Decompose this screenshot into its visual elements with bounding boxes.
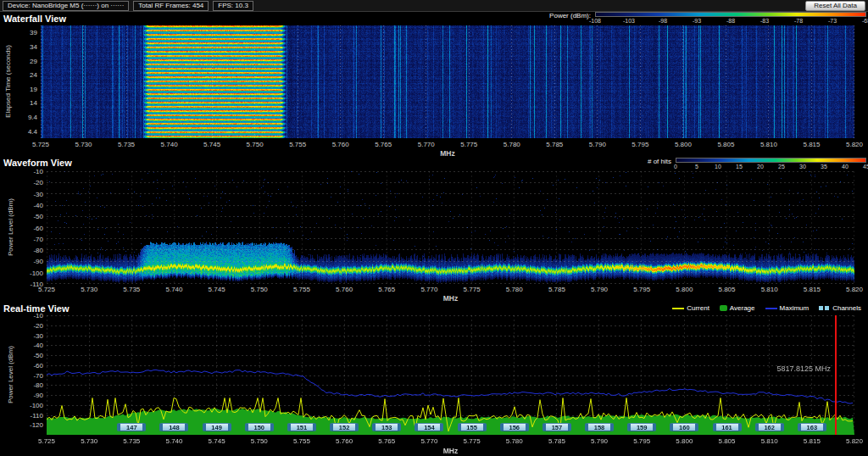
y-tick-label: -70 bbox=[33, 235, 43, 242]
x-tick-label: 5.780 bbox=[506, 437, 523, 445]
y-tick-label: -50 bbox=[33, 352, 43, 359]
frequency-marker-line bbox=[835, 315, 837, 435]
channel-indicator-151: 151 bbox=[287, 423, 316, 431]
x-tick-label: 5.725 bbox=[32, 141, 49, 148]
hits-tick-label: 25 bbox=[778, 164, 785, 170]
hits-tick-label: 5 bbox=[695, 164, 698, 170]
channel-indicator-155: 155 bbox=[458, 423, 487, 431]
fps-indicator: FPS: 10.3 bbox=[213, 1, 253, 11]
x-tick-label: 5.740 bbox=[165, 286, 182, 293]
y-tick-label: -50 bbox=[33, 213, 43, 220]
x-tick-label: 5.730 bbox=[81, 437, 97, 445]
y-tick-label: -10 bbox=[33, 312, 43, 320]
power-tick-label: -83 bbox=[760, 18, 769, 24]
reset-all-data-button[interactable]: Reset All Data bbox=[805, 1, 865, 11]
x-tick-label: 5.810 bbox=[761, 286, 778, 293]
airview-spectrum-analyzer: Device: NanoBridge M5 (······) on ······… bbox=[0, 0, 868, 456]
realtime-plot[interactable]: 5817.8125 MHz 14714814915015115215315415… bbox=[47, 315, 854, 435]
power-tick-label: -98 bbox=[659, 18, 667, 24]
x-tick-label: 5.800 bbox=[676, 286, 693, 293]
y-tick-label: -110 bbox=[31, 411, 43, 419]
hits-tick-label: 15 bbox=[736, 164, 743, 170]
x-tick-label: 5.795 bbox=[632, 141, 648, 148]
channel-indicator-157: 157 bbox=[542, 423, 571, 431]
waveform-y-axis-title: Power Level (dBm) bbox=[7, 198, 14, 256]
x-tick-label: 5.755 bbox=[289, 141, 306, 148]
device-info: Device: NanoBridge M5 (······) on ······ bbox=[3, 1, 129, 11]
y-tick-label: -30 bbox=[33, 331, 43, 339]
waveform-y-axis: -10-20-30-40-50-60-70-80-90-100-110 bbox=[25, 171, 45, 284]
hits-colorbar: 051015202530354045 bbox=[676, 158, 866, 170]
x-tick-label: 5.780 bbox=[504, 141, 520, 148]
y-tick-label: -30 bbox=[33, 190, 43, 197]
x-tick-label: 5.805 bbox=[717, 141, 734, 148]
top-bar: Device: NanoBridge M5 (······) on ······… bbox=[0, 0, 868, 12]
x-tick-label: 5.775 bbox=[464, 437, 481, 445]
channel-indicator-148: 148 bbox=[159, 423, 188, 431]
waveform-x-axis: 5.7255.7305.7355.7405.7455.7505.7555.760… bbox=[47, 286, 854, 294]
y-tick-label: 24 bbox=[30, 71, 37, 79]
channel-indicator-163: 163 bbox=[798, 423, 826, 431]
x-tick-label: 5.770 bbox=[418, 141, 435, 148]
y-tick-label: -100 bbox=[30, 401, 43, 409]
legend-swatch-current bbox=[672, 308, 684, 309]
x-tick-label: 5.765 bbox=[375, 141, 392, 148]
channel-indicator-156: 156 bbox=[500, 423, 529, 431]
x-tick-label: 5.765 bbox=[378, 286, 395, 293]
frequency-marker-label: 5817.8125 MHz bbox=[777, 364, 832, 373]
channel-indicator-153: 153 bbox=[372, 423, 401, 431]
hits-tick-label: 0 bbox=[674, 164, 677, 170]
y-tick-label: -90 bbox=[33, 258, 43, 265]
waterfall-y-axis: 3934292419149.44.4 bbox=[20, 25, 39, 138]
hits-tick-label: 30 bbox=[799, 164, 806, 170]
x-tick-label: 5.785 bbox=[548, 437, 565, 445]
y-tick-label: -120 bbox=[30, 421, 43, 429]
power-tick-label: -73 bbox=[828, 18, 837, 24]
x-tick-label: 5.750 bbox=[251, 286, 268, 293]
x-tick-label: 5.820 bbox=[846, 141, 863, 148]
x-tick-label: 5.760 bbox=[332, 141, 349, 148]
x-tick-label: 5.790 bbox=[591, 437, 608, 445]
y-tick-label: -10 bbox=[33, 168, 43, 175]
y-tick-label: -70 bbox=[33, 371, 43, 379]
x-tick-label: 5.815 bbox=[804, 437, 821, 445]
legend-swatch-average bbox=[720, 305, 727, 311]
waterfall-plot bbox=[41, 25, 854, 138]
y-tick-label: -100 bbox=[30, 269, 43, 276]
power-tick-label: -103 bbox=[623, 18, 635, 24]
legend-swatch-channels bbox=[819, 306, 823, 310]
y-tick-label: -60 bbox=[33, 224, 43, 231]
x-tick-label: 5.785 bbox=[546, 141, 563, 148]
x-tick-label: 5.815 bbox=[803, 141, 820, 148]
waveform-title: Waveform View bbox=[3, 158, 72, 168]
legend-label: Maximum bbox=[780, 304, 810, 312]
channel-indicator-159: 159 bbox=[627, 423, 656, 431]
hits-tick-label: 20 bbox=[757, 164, 764, 170]
hits-tick-label: 35 bbox=[821, 164, 827, 170]
realtime-x-axis: 5.7255.7305.7355.7405.7455.7505.7555.760… bbox=[47, 437, 854, 446]
waveform-heatmap-canvas bbox=[47, 171, 854, 284]
x-tick-label: 5.790 bbox=[589, 141, 606, 148]
power-tick-label: -78 bbox=[794, 18, 803, 24]
y-tick-label: -90 bbox=[33, 392, 43, 399]
waterfall-heatmap-canvas bbox=[41, 25, 854, 138]
waveform-plot bbox=[47, 171, 854, 284]
y-tick-label: -40 bbox=[33, 201, 43, 209]
realtime-legend: CurrentAverageMaximumChannels bbox=[672, 304, 861, 312]
x-tick-label: 5.790 bbox=[591, 286, 608, 293]
x-tick-label: 5.725 bbox=[38, 437, 55, 445]
power-colorbar: -108-103-98-93-88-83-78-73-68 bbox=[595, 12, 866, 25]
legend-label: Current bbox=[687, 304, 709, 312]
x-tick-label: 5.730 bbox=[75, 141, 92, 148]
x-tick-label: 5.735 bbox=[118, 141, 135, 148]
y-tick-label: 34 bbox=[30, 42, 37, 50]
channel-indicator-160: 160 bbox=[670, 423, 698, 431]
channel-indicator-147: 147 bbox=[117, 423, 146, 431]
legend-swatch-maximum bbox=[765, 308, 777, 309]
x-tick-label: 5.735 bbox=[123, 286, 140, 293]
power-tick-label: -108 bbox=[589, 18, 601, 24]
y-tick-label: -40 bbox=[33, 342, 43, 349]
x-tick-label: 5.730 bbox=[81, 286, 97, 293]
power-legend-ticks: -108-103-98-93-88-83-78-73-68 bbox=[595, 17, 866, 25]
channel-indicator-149: 149 bbox=[203, 423, 231, 431]
